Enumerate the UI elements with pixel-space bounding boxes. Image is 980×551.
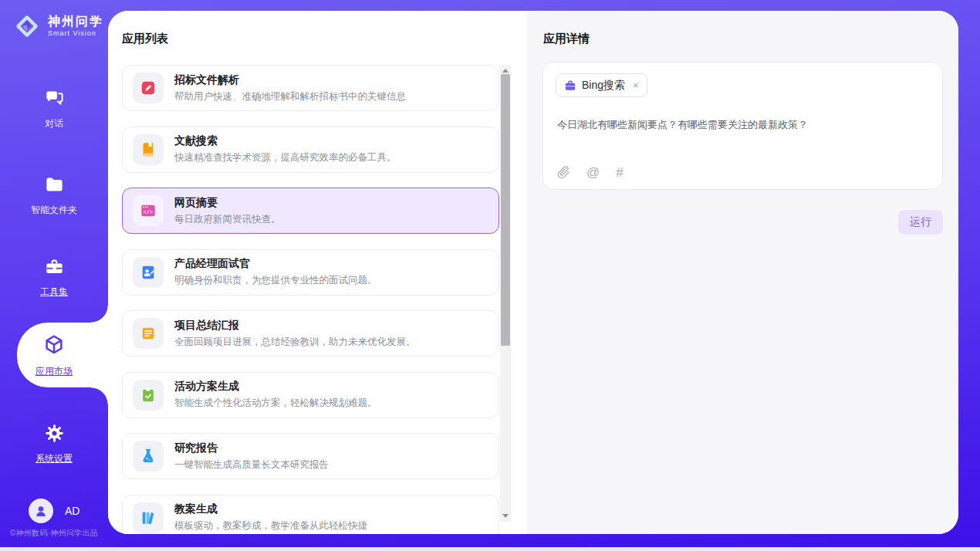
app-desc: 帮助用户快速、准确地理解和解析招标书中的关键信息 xyxy=(174,90,406,103)
app-list: 招标文件解析 帮助用户快速、准确地理解和解析招标书中的关键信息 文献搜索 xyxy=(122,65,499,534)
app-detail-title: 应用详情 xyxy=(543,32,590,46)
list-item-research-report[interactable]: 研究报告 一键智能生成高质量长文本研究报告 xyxy=(122,433,499,479)
app-tile xyxy=(133,318,164,349)
scroll-up-arrow-icon[interactable] xyxy=(502,69,509,73)
app-list-title: 应用列表 xyxy=(122,32,168,46)
list-item-web-summary[interactable]: </> 网页摘要 每日政府新闻资讯快查。 xyxy=(122,188,499,234)
user-account[interactable]: AD xyxy=(29,499,79,523)
sidebar-item-label: 系统设置 xyxy=(0,452,108,465)
app-tile xyxy=(133,257,164,288)
hash-icon[interactable]: # xyxy=(616,166,623,179)
app-desc: 明确身份和职责，为您提供专业性的面试问题。 xyxy=(174,274,377,287)
browser-code-icon: </> xyxy=(140,202,157,219)
brand-name: 神州问学 xyxy=(48,15,103,29)
tool-chip-bing-search[interactable]: Bing搜索 × xyxy=(556,73,647,97)
list-item-project-summary[interactable]: 项目总结汇报 全面回顾项目进展，总结经验教训，助力未来优化发展。 xyxy=(122,310,499,357)
sidebar-item-toolset[interactable]: 工具集 xyxy=(0,250,108,293)
sidebar: 神州问学 Smart Vision 对话 智能文件夹 xyxy=(0,0,108,551)
app-list-scrollbar[interactable] xyxy=(500,65,511,522)
run-button[interactable]: 运行 xyxy=(898,210,943,235)
prompt-card: Bing搜索 × 今日湖北有哪些新闻要点？有哪些需要关注的最新政策？ @ # xyxy=(542,62,943,190)
sidebar-item-label: 应用市场 xyxy=(0,365,108,378)
app-title: 招标文件解析 xyxy=(174,73,406,87)
flask-icon xyxy=(140,448,157,465)
bubble-fillet-bottom xyxy=(91,387,108,404)
report-icon xyxy=(140,325,157,342)
app-title: 活动方案生成 xyxy=(174,380,377,394)
list-item-literature-search[interactable]: 文献搜索 快速精准查找学术资源，提高研究效率的必备工具。 xyxy=(122,127,499,173)
list-item-lesson-plan[interactable]: 教案生成 模板驱动，教案秒成，教学准备从此轻松快捷 xyxy=(122,495,499,535)
svg-text:</>: </> xyxy=(144,209,153,215)
sidebar-item-label: 对话 xyxy=(0,117,108,130)
app-title: 项目总结汇报 xyxy=(174,319,416,333)
app-title: 教案生成 xyxy=(174,502,367,516)
scroll-down-arrow-icon[interactable] xyxy=(502,514,509,518)
app-tile xyxy=(133,73,164,103)
user-name: AD xyxy=(65,505,79,517)
app-tile xyxy=(133,502,164,533)
scrollbar-thumb[interactable] xyxy=(501,74,510,346)
app-tile: </> xyxy=(133,195,164,226)
sidebar-item-chat[interactable]: 对话 xyxy=(0,82,108,125)
tool-chip-label: Bing搜索 xyxy=(582,79,625,93)
toolbox-icon xyxy=(44,256,65,277)
sidebar-item-settings[interactable]: 系统设置 xyxy=(0,417,108,460)
app-title: 网页摘要 xyxy=(174,196,281,210)
app-desc: 智能生成个性化活动方案，轻松解决规划难题。 xyxy=(174,397,377,410)
app-desc: 每日政府新闻资讯快查。 xyxy=(174,213,281,226)
app-desc: 快速精准查找学术资源，提高研究效率的必备工具。 xyxy=(174,151,397,164)
list-item-event-plan[interactable]: 活动方案生成 智能生成个性化活动方案，轻松解决规划难题。 xyxy=(122,372,499,418)
pen-square-icon xyxy=(140,79,157,96)
sidebar-item-label: 工具集 xyxy=(0,286,108,299)
diamond-logo-icon xyxy=(12,12,42,41)
list-item-bid-parse[interactable]: 招标文件解析 帮助用户快速、准确地理解和解析招标书中的关键信息 xyxy=(122,65,499,111)
brand-subtitle: Smart Vision xyxy=(48,30,103,38)
brand-logo: 神州问学 Smart Vision xyxy=(12,12,103,41)
clipboard-check-icon xyxy=(140,387,157,404)
app-tile xyxy=(133,134,164,165)
app-title: 产品经理面试官 xyxy=(174,257,377,271)
app-title: 研究报告 xyxy=(174,441,329,455)
chip-close-icon[interactable]: × xyxy=(633,79,639,91)
sidebar-item-label: 智能文件夹 xyxy=(0,204,108,217)
app-detail-panel: 应用详情 Bing搜索 × 今日湖北有哪些新闻要点？有哪些需要关注的最新政策？ xyxy=(527,11,958,534)
folder-icon xyxy=(44,174,65,195)
query-input[interactable]: 今日湖北有哪些新闻要点？有哪些需要关注的最新政策？ xyxy=(557,117,928,133)
avatar xyxy=(29,499,53,523)
app-desc: 模板驱动，教案秒成，教学准备从此轻松快捷 xyxy=(174,519,367,532)
list-item-pm-interviewer[interactable]: 产品经理面试官 明确身份和职责，为您提供专业性的面试问题。 xyxy=(122,249,499,296)
gear-icon xyxy=(44,423,65,444)
chat-icon xyxy=(44,88,65,109)
app-tile xyxy=(133,441,164,472)
app-list-panel: 应用列表 招标文件解析 帮助用户快速、准确地理解和解析招标书中的关键信息 xyxy=(108,11,527,534)
copyright-text: ©神州数码·神州问学出品 xyxy=(0,528,108,539)
sidebar-item-smart-folder[interactable]: 智能文件夹 xyxy=(0,168,108,211)
window-bottom-edge xyxy=(0,547,980,551)
bubble-fillet-top xyxy=(91,306,108,323)
books-icon xyxy=(140,509,157,526)
clipboard-person-icon xyxy=(140,264,157,281)
app-desc: 全面回顾项目进展，总结经验教训，助力未来优化发展。 xyxy=(174,336,416,349)
app-desc: 一键智能生成高质量长文本研究报告 xyxy=(174,458,329,472)
cube-icon xyxy=(42,333,66,357)
sidebar-item-app-market[interactable]: 应用市场 xyxy=(0,323,108,387)
paperclip-icon[interactable] xyxy=(557,166,570,179)
book-icon xyxy=(140,141,157,158)
attachment-toolbar: @ # xyxy=(557,166,623,179)
mention-at-icon[interactable]: @ xyxy=(586,166,600,179)
briefcase-icon xyxy=(564,79,576,92)
app-tile xyxy=(133,380,164,411)
content-card: 应用列表 招标文件解析 帮助用户快速、准确地理解和解析招标书中的关键信息 xyxy=(108,11,958,534)
app-title: 文献搜索 xyxy=(174,134,397,148)
